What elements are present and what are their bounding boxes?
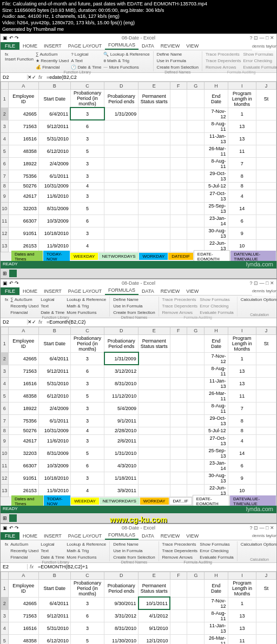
fx-icon[interactable]: fx: [28, 564, 36, 569]
quick-access[interactable]: ▣ ↶ ↷: [3, 35, 19, 41]
cell[interactable]: End Date: [205, 90, 228, 108]
create-from-selection[interactable]: Create from Selection: [112, 310, 156, 316]
cell[interactable]: [187, 609, 205, 622]
create-from-selection[interactable]: Create from Selection: [156, 64, 200, 70]
cell[interactable]: [187, 597, 205, 609]
cell[interactable]: [138, 190, 170, 202]
use-in-formula[interactable]: Use in Formula: [156, 58, 200, 64]
cell[interactable]: 7: [228, 157, 256, 170]
evaluate-formula[interactable]: Evaluate Formula: [199, 554, 235, 560]
col-header[interactable]: G: [187, 82, 205, 90]
file-tab[interactable]: FILE: [1, 42, 19, 50]
cell[interactable]: 3: [70, 352, 104, 365]
datetime[interactable]: Date & Time: [39, 554, 65, 560]
cell[interactable]: [256, 459, 276, 472]
cell[interactable]: [170, 352, 187, 365]
cell[interactable]: 9/12/2011: [38, 365, 70, 377]
tab-review[interactable]: REVIEW: [157, 42, 183, 50]
cell[interactable]: St: [256, 579, 276, 597]
worksheet-grid[interactable]: A B C D E F G H I J 1 Employee ID Start …: [1, 572, 276, 644]
cell[interactable]: 23-Jan-14: [205, 214, 228, 227]
cell[interactable]: 14: [228, 447, 256, 459]
logical[interactable]: Logical: [39, 297, 65, 303]
row-header[interactable]: 7: [1, 170, 9, 182]
row-header[interactable]: 4: [1, 622, 9, 634]
sheet-tab[interactable]: WEEKDAY: [70, 253, 98, 260]
cell[interactable]: 5: [70, 447, 104, 459]
cell[interactable]: 13: [228, 377, 256, 390]
cell[interactable]: [104, 182, 138, 190]
cell[interactable]: Permanent Status starts: [138, 579, 170, 597]
show-formulas[interactable]: Show Formulas: [199, 297, 235, 303]
cell[interactable]: [138, 157, 170, 170]
cell[interactable]: 30-Aug-13: [205, 227, 228, 239]
financial[interactable]: Financial: [9, 554, 39, 560]
cell[interactable]: 6/12/2010: [38, 390, 70, 402]
cell[interactable]: 8: [228, 170, 256, 182]
user-name[interactable]: dennis taylor: [252, 44, 276, 49]
sheet-tab[interactable]: WEEKDAY: [71, 498, 98, 505]
cell[interactable]: 27-Oct-13: [205, 190, 228, 202]
cell[interactable]: 6: [70, 365, 104, 377]
cell[interactable]: 13: [228, 132, 256, 145]
cell[interactable]: [170, 190, 187, 202]
cell[interactable]: 6/4/2011: [38, 352, 70, 365]
cell[interactable]: 6/12/2010: [38, 145, 70, 157]
cell[interactable]: [138, 239, 170, 252]
row-header[interactable]: 7: [1, 414, 9, 427]
trace-dependents[interactable]: Trace Dependents: [205, 58, 242, 64]
cell[interactable]: 7-Nov-12: [205, 352, 228, 365]
cell[interactable]: 8/31/2010: [104, 622, 138, 634]
cell[interactable]: 4: [70, 484, 104, 497]
cell[interactable]: 5/31/2010: [38, 377, 70, 390]
cell[interactable]: [170, 90, 187, 108]
row-header[interactable]: 2: [1, 352, 9, 365]
cell[interactable]: 1/31/2010: [104, 447, 138, 459]
fx-icon[interactable]: fx: [36, 319, 44, 325]
cell[interactable]: 8-Aug-11: [205, 609, 228, 622]
cell[interactable]: [187, 402, 205, 414]
cell[interactable]: Employee ID: [8, 579, 38, 597]
cell[interactable]: [170, 365, 187, 377]
cell[interactable]: 10/31/2009: [38, 182, 70, 190]
evaluate-formula[interactable]: Evaluate Formula: [242, 64, 277, 70]
remove-arrows[interactable]: Remove Arrows: [205, 64, 242, 70]
cell[interactable]: 75356: [8, 170, 38, 182]
cell[interactable]: 6: [70, 459, 104, 472]
cell[interactable]: 16516: [8, 377, 38, 390]
trace-precedents[interactable]: Trace Precedents: [161, 541, 199, 547]
mathtrig[interactable]: θ Math & Trig: [102, 58, 150, 64]
remove-arrows[interactable]: Remove Arrows: [161, 310, 199, 316]
tab-formulas[interactable]: FORMULAS: [105, 531, 138, 540]
cell[interactable]: 6/1/2011: [38, 414, 70, 427]
cell[interactable]: [138, 447, 170, 459]
cell[interactable]: [138, 484, 170, 497]
define-name[interactable]: Define Name: [156, 51, 200, 57]
cell[interactable]: [256, 120, 276, 132]
cell[interactable]: 10/1/2011: [138, 597, 170, 609]
col-header[interactable]: C: [70, 572, 104, 579]
cell[interactable]: [187, 365, 205, 377]
cell[interactable]: [187, 214, 205, 227]
cell[interactable]: [256, 202, 276, 214]
cell[interactable]: 1/18/2011: [104, 472, 138, 484]
cell[interactable]: 2/6/2011: [104, 434, 138, 447]
start-icon[interactable]: ⊞: [3, 515, 7, 521]
cell[interactable]: 30-Aug-13: [205, 472, 228, 484]
cell[interactable]: 14: [228, 202, 256, 214]
cell[interactable]: Program Length in Months: [228, 334, 256, 352]
cell[interactable]: [170, 132, 187, 145]
datetime[interactable]: Date & Time: [39, 310, 65, 316]
formula-input[interactable]: =Eomonth(B2,C2): [44, 319, 276, 325]
col-header[interactable]: B: [38, 572, 70, 579]
col-header[interactable]: F: [170, 82, 187, 90]
cell[interactable]: 8-Aug-11: [205, 120, 228, 132]
cell[interactable]: Program Length in Months: [228, 90, 256, 108]
cell[interactable]: 11/12/2010: [104, 390, 138, 402]
cell[interactable]: 5: [70, 634, 104, 644]
cell[interactable]: 8: [228, 427, 256, 434]
cell[interactable]: Probationary Period ends: [104, 90, 138, 108]
cell[interactable]: 3: [70, 190, 104, 202]
cell[interactable]: [256, 402, 276, 414]
cell[interactable]: 10/31/2009: [38, 427, 70, 434]
